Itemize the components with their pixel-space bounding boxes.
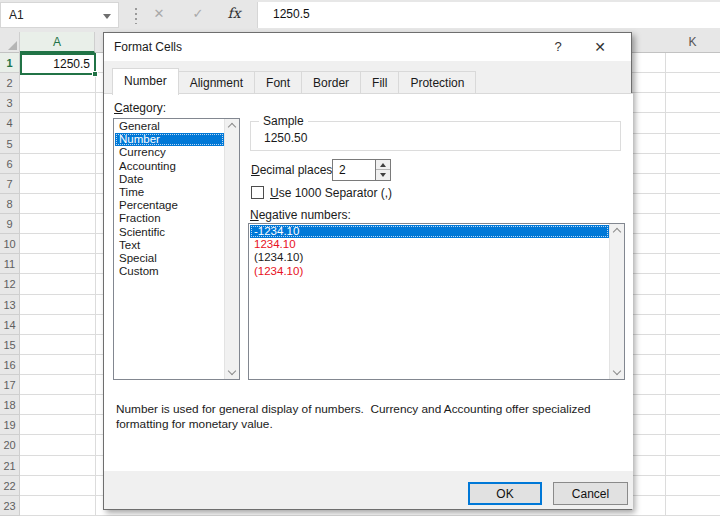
use-1000-separator-label[interactable]: Use 1000 Separator (,) [270,186,392,200]
tab-alignment[interactable]: Alignment [179,71,255,94]
formula-bar-row: A1 ✕ ✓ fx 1250.5 [0,0,720,32]
category-description: Number is used for general display of nu… [116,402,622,432]
row-header-20[interactable]: 20 [0,435,20,455]
row-header-7[interactable]: 7 [0,174,20,194]
category-item-general[interactable]: General [115,120,224,133]
tab-fill[interactable]: Fill [361,71,399,94]
row-header-23[interactable]: 23 [0,496,20,516]
sample-label: Sample [259,114,308,128]
row-header-6[interactable]: 6 [0,154,20,174]
negative-scrollbar[interactable] [609,224,624,379]
formula-value: 1250.5 [273,7,310,21]
category-scrollbar[interactable] [224,119,239,379]
row-header-15[interactable]: 15 [0,335,20,355]
category-item-fraction[interactable]: Fraction [115,212,224,225]
scroll-up-icon[interactable] [613,228,621,236]
sample-value: 1250.50 [264,131,307,145]
excel-window: A1 ✕ ✓ fx 1250.5 A K 1234567891011121314… [0,0,720,516]
decimal-places-value: 2 [339,163,346,177]
row-header-2[interactable]: 2 [0,73,20,93]
scroll-up-icon[interactable] [228,123,236,131]
negative-numbers-label: Negative numbers: [250,208,351,222]
row-header-17[interactable]: 17 [0,375,20,395]
row-header-10[interactable]: 10 [0,234,20,254]
row-header-8[interactable]: 8 [0,194,20,214]
row-header-1[interactable]: 1 [0,53,20,73]
row-header-19[interactable]: 19 [0,415,20,435]
category-item-accounting[interactable]: Accounting [115,160,224,173]
number-tab-page: Category: GeneralNumberCurrencyAccountin… [104,93,633,473]
category-item-percentage[interactable]: Percentage [115,199,224,212]
category-item-text[interactable]: Text [115,239,224,252]
category-item-number[interactable]: Number [115,133,224,146]
row-header-3[interactable]: 3 [0,93,20,113]
category-label: Category: [114,101,166,115]
dialog-footer: OK Cancel [104,471,633,509]
decimal-places-label: Decimal places: [251,163,336,177]
category-item-scientific[interactable]: Scientific [115,226,224,239]
select-all-button[interactable] [0,32,20,53]
row-header-16[interactable]: 16 [0,355,20,375]
fill-handle[interactable] [92,71,98,77]
tab-number[interactable]: Number [112,68,179,95]
drag-handle-icon [135,8,137,24]
dialog-title: Format Cells [114,33,182,61]
column-header-k[interactable]: K [665,32,720,53]
negative-numbers-listbox[interactable]: -1234.101234.10(1234.10)(1234.10) [248,223,625,380]
category-item-special[interactable]: Special [115,252,224,265]
select-all-triangle-icon [8,41,17,50]
row-header-21[interactable]: 21 [0,456,20,476]
row-header-14[interactable]: 14 [0,315,20,335]
decimal-places-spinner [375,159,391,181]
formula-input[interactable]: 1250.5 [258,2,720,28]
category-item-date[interactable]: Date [115,173,224,186]
ok-button[interactable]: OK [468,482,542,505]
negative-format-option-2[interactable]: (1234.10) [250,251,609,264]
tab-strip: NumberAlignmentFontBorderFillProtection [112,67,476,94]
negative-format-option-3[interactable]: (1234.10) [250,265,609,278]
category-item-time[interactable]: Time [115,186,224,199]
cancel-button[interactable]: Cancel [553,482,628,505]
row-header-9[interactable]: 9 [0,214,20,234]
name-box[interactable]: A1 [0,2,119,28]
insert-function-icon[interactable]: fx [223,5,245,21]
use-1000-separator-checkbox[interactable] [251,186,264,199]
negative-format-option-1[interactable]: 1234.10 [250,238,609,251]
help-button[interactable]: ? [547,33,569,61]
row-header-12[interactable]: 12 [0,274,20,294]
row-header-4[interactable]: 4 [0,113,20,133]
name-box-value: A1 [9,8,24,22]
row-header-13[interactable]: 13 [0,295,20,315]
negative-format-option-0[interactable]: -1234.10 [250,225,609,238]
tab-border[interactable]: Border [302,71,361,94]
sample-group: Sample 1250.50 [250,121,621,151]
category-item-currency[interactable]: Currency [115,146,224,159]
name-box-dropdown-icon[interactable] [103,14,111,19]
spinner-down-button[interactable] [376,170,390,180]
format-cells-dialog: Format Cells ? ✕ NumberAlignmentFontBord… [103,32,632,510]
close-button[interactable]: ✕ [587,33,613,61]
row-header-18[interactable]: 18 [0,395,20,415]
scroll-down-icon[interactable] [613,367,621,375]
cell-a1-value: 1250.5 [53,57,90,71]
decimal-places-input[interactable]: 2 [332,159,376,181]
enter-entry-icon[interactable]: ✓ [187,6,209,21]
arrow-down-icon [380,173,386,177]
category-listbox[interactable]: GeneralNumberCurrencyAccountingDateTimeP… [113,118,240,380]
row-header-5[interactable]: 5 [0,134,20,154]
gridline [665,53,666,516]
scroll-down-icon[interactable] [228,367,236,375]
spinner-up-button[interactable] [376,160,390,170]
dialog-titlebar[interactable]: Format Cells ? ✕ [104,33,631,61]
row-header-22[interactable]: 22 [0,476,20,496]
cell-a1[interactable]: 1250.5 [20,53,96,75]
tab-protection[interactable]: Protection [399,71,476,94]
arrow-up-icon [380,163,386,167]
cancel-entry-icon[interactable]: ✕ [148,6,170,21]
row-header-11[interactable]: 11 [0,254,20,274]
gridline [95,53,96,516]
tab-font[interactable]: Font [255,71,302,94]
column-header-a[interactable]: A [20,32,95,53]
category-item-custom[interactable]: Custom [115,265,224,278]
